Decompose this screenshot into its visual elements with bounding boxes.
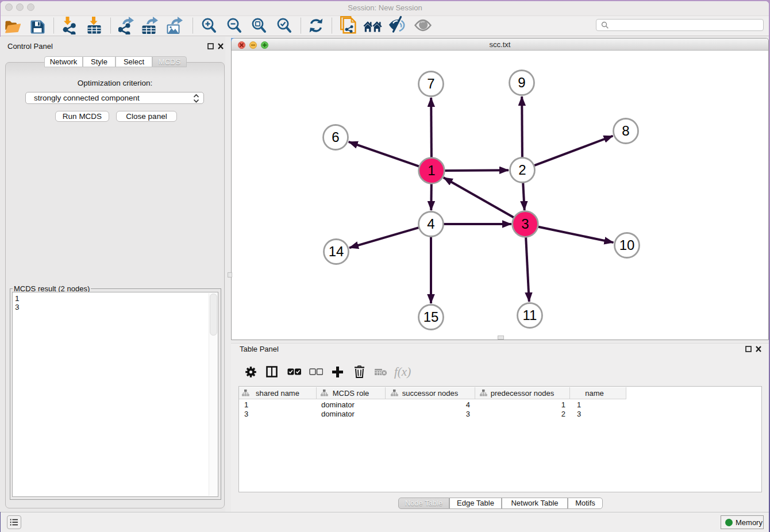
svg-text:6: 6 <box>332 129 339 145</box>
svg-text:4: 4 <box>427 216 434 232</box>
svg-text:14: 14 <box>329 244 344 259</box>
svg-text:8: 8 <box>622 123 629 138</box>
svg-text:11: 11 <box>523 307 537 323</box>
svg-text:9: 9 <box>518 75 525 90</box>
svg-text:10: 10 <box>619 237 635 253</box>
svg-text:7: 7 <box>427 76 434 91</box>
svg-text:1: 1 <box>428 163 435 178</box>
svg-text:3: 3 <box>521 216 529 232</box>
svg-text:15: 15 <box>424 309 439 325</box>
svg-text:2: 2 <box>518 162 526 178</box>
